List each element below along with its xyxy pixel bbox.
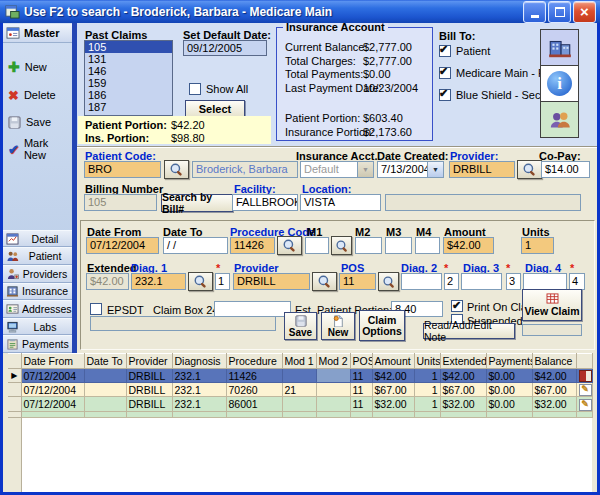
- grid-cell[interactable]: 07/12/2004: [21, 369, 84, 383]
- grid-cell[interactable]: $42.00: [532, 369, 576, 383]
- grid-cell[interactable]: [316, 369, 350, 383]
- epsdt-checkbox[interactable]: [90, 303, 102, 315]
- sidebar-action-mark-new[interactable]: ✔ Mark New: [8, 141, 72, 157]
- edit-icon[interactable]: [579, 399, 592, 411]
- bill-to-option-patient[interactable]: Patient: [439, 45, 490, 57]
- provider-field[interactable]: DRBILL: [449, 161, 515, 178]
- grid-cell[interactable]: 70260: [226, 383, 282, 397]
- pos-field[interactable]: 11: [339, 273, 376, 290]
- grid-cell[interactable]: $42.00: [440, 369, 486, 383]
- grid-cell[interactable]: 11: [350, 397, 372, 411]
- set-default-date-field[interactable]: 09/12/2005: [183, 40, 267, 56]
- grid-cell[interactable]: DRBILL: [126, 369, 172, 383]
- grid-row[interactable]: 07/12/2004DRBILL232.18600111$32.001$32.0…: [8, 397, 592, 411]
- past-claim-item[interactable]: 105: [85, 41, 172, 53]
- diag2-field[interactable]: [401, 273, 442, 290]
- diag3-field[interactable]: [461, 273, 502, 290]
- grid-cell[interactable]: [282, 369, 316, 383]
- m3-field[interactable]: [385, 237, 412, 254]
- past-claim-item[interactable]: 186: [85, 89, 172, 101]
- claim-box-24k-field[interactable]: [214, 301, 291, 317]
- grid-cell[interactable]: $32.00: [372, 397, 414, 411]
- show-all-checkbox[interactable]: [189, 83, 201, 95]
- diag4-pointer-field[interactable]: 4: [569, 273, 585, 290]
- m1-search-button[interactable]: [331, 236, 352, 255]
- grid-cell[interactable]: [282, 397, 316, 411]
- grid-cell[interactable]: $32.00: [440, 397, 486, 411]
- copay-field[interactable]: $14.00: [541, 161, 590, 178]
- patient-code-search-button[interactable]: [164, 160, 189, 179]
- diag1-search-button[interactable]: [188, 272, 213, 291]
- grid-cell[interactable]: 1: [414, 397, 440, 411]
- facility-button[interactable]: [540, 29, 579, 66]
- grid-column-header[interactable]: Mod 1: [282, 354, 316, 369]
- grid-cell[interactable]: 07/12/2004: [21, 383, 84, 397]
- diag1-field[interactable]: 232.1: [131, 273, 186, 290]
- sidebar-action-new[interactable]: ✚ New: [8, 59, 47, 75]
- sidebar-item-labs[interactable]: Labs: [3, 318, 72, 336]
- grid-column-header[interactable]: Payments: [486, 354, 532, 369]
- grid-cell[interactable]: [316, 383, 350, 397]
- m2-field[interactable]: [355, 237, 382, 254]
- date-to-field[interactable]: / /: [163, 237, 228, 254]
- grid-cell[interactable]: $32.00: [532, 397, 576, 411]
- sidebar-item-detail[interactable]: Detail: [3, 230, 72, 248]
- grid-cell[interactable]: DRBILL: [126, 397, 172, 411]
- diag1-pointer-field[interactable]: 1: [215, 273, 230, 290]
- pos-search-button[interactable]: [378, 272, 399, 291]
- grid-column-header[interactable]: Date From: [21, 354, 84, 369]
- grid-column-header[interactable]: Procedure: [226, 354, 282, 369]
- grid-cell[interactable]: [84, 369, 126, 383]
- date-created-select[interactable]: 7/13/2004: [377, 161, 444, 178]
- save-claim-button[interactable]: Save: [284, 312, 317, 340]
- minimize-button[interactable]: [523, 1, 546, 23]
- past-claim-item[interactable]: 131: [85, 53, 172, 65]
- grid-cell[interactable]: 11: [350, 369, 372, 383]
- sidebar-item-insurance[interactable]: Insurance: [3, 283, 72, 301]
- grid-cell[interactable]: 86001: [226, 397, 282, 411]
- sidebar-item-payments[interactable]: Payments: [3, 335, 72, 353]
- claim-options-button[interactable]: Claim Options: [359, 310, 405, 341]
- grid-column-header[interactable]: Units: [414, 354, 440, 369]
- grid-row[interactable]: ▶07/12/2004DRBILL232.11142611$42.001$42.…: [8, 369, 592, 383]
- claim-provider-search-button[interactable]: [312, 272, 337, 291]
- grid-cell[interactable]: 232.1: [172, 369, 226, 383]
- grid-cell[interactable]: 11: [350, 383, 372, 397]
- grid-cell[interactable]: 21: [282, 383, 316, 397]
- grid-column-header[interactable]: Provider: [126, 354, 172, 369]
- edit-icon[interactable]: [579, 384, 592, 396]
- grid-row[interactable]: 07/12/2004DRBILL232.1702602111$67.001$67…: [8, 383, 592, 397]
- sidebar-action-delete[interactable]: ✖ Delete: [8, 87, 56, 103]
- diag3-pointer-field[interactable]: 3: [506, 273, 521, 290]
- grid-column-header[interactable]: Date To: [84, 354, 126, 369]
- grid-column-header[interactable]: Diagnosis: [172, 354, 226, 369]
- procedure-search-button[interactable]: [277, 236, 302, 255]
- print-on-claim-checkbox[interactable]: [451, 300, 463, 312]
- patient-code-field[interactable]: BRO: [84, 161, 161, 178]
- amount-field[interactable]: $42.00: [443, 237, 494, 254]
- insurance-acct-select[interactable]: Default: [300, 161, 374, 178]
- sidebar-item-patient[interactable]: Patient: [3, 247, 72, 265]
- blue-shield-checkbox[interactable]: [439, 89, 451, 101]
- patients-button[interactable]: [540, 101, 579, 138]
- diag2-pointer-field[interactable]: 2: [444, 273, 459, 290]
- sidebar-action-save[interactable]: Save: [8, 114, 51, 130]
- read-add-edit-note-button[interactable]: Read/Add/Edit Note: [423, 323, 515, 339]
- grid-column-header[interactable]: POS: [350, 354, 372, 369]
- facility-field[interactable]: FALLBROOK: [232, 194, 298, 211]
- maximize-button[interactable]: [548, 1, 571, 23]
- title-bar[interactable]: Use F2 to search - Broderick, Barbara - …: [0, 0, 600, 23]
- grid-cell[interactable]: 232.1: [172, 383, 226, 397]
- grid-cell[interactable]: $67.00: [532, 383, 576, 397]
- units-field[interactable]: 1: [521, 237, 554, 254]
- grid-cell[interactable]: 1: [414, 383, 440, 397]
- search-by-bill-button[interactable]: Search by Bill#: [161, 194, 233, 212]
- grid-cell[interactable]: $0.00: [486, 397, 532, 411]
- grid-cell[interactable]: 07/12/2004: [21, 397, 84, 411]
- patient-checkbox[interactable]: [439, 45, 451, 57]
- date-from-field[interactable]: 07/12/2004: [86, 237, 159, 254]
- past-claims-listbox[interactable]: 105131146159186187: [84, 40, 173, 116]
- m4-field[interactable]: [415, 237, 440, 254]
- sidebar-section-master[interactable]: Master: [3, 24, 72, 43]
- sidebar-item-addresses[interactable]: Addresses: [3, 300, 72, 318]
